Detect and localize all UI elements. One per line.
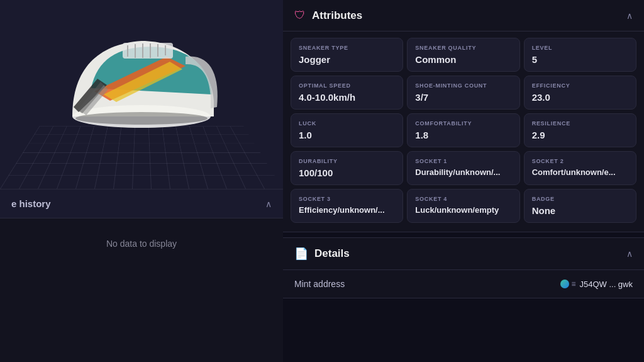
history-section: e history ∧ No data to display: [0, 189, 283, 362]
attr-card-socket4: SOCKET 4 Luck/unknown/empty: [407, 189, 519, 223]
attr-value-badge: None: [532, 205, 628, 216]
attributes-title: Attributes: [312, 9, 362, 22]
details-section: 📄 Details ∧ Mint address ≡ J54QW ... gwk: [283, 237, 644, 298]
mint-address-row: Mint address ≡ J54QW ... gwk: [283, 270, 644, 298]
attr-label-sneaker-type: SNEAKER TYPE: [299, 45, 395, 51]
attr-card-socket2: SOCKET 2 Comfort/unknown/e...: [524, 151, 636, 185]
attr-value-resilience: 2.9: [532, 130, 628, 140]
attr-card-badge: BADGE None: [524, 189, 636, 223]
attr-card-sneaker-type: SNEAKER TYPE Jogger: [291, 38, 403, 72]
attr-value-shoe-minting-count: 3/7: [415, 92, 511, 103]
history-collapse-icon[interactable]: ∧: [265, 199, 272, 209]
no-data-text: No data to display: [0, 218, 283, 269]
attr-label-durability: DURABILITY: [299, 158, 395, 164]
attr-value-socket4: Luck/unknown/empty: [415, 205, 511, 215]
sneaker-svg: [60, 19, 223, 132]
attr-value-optimal-speed: 4.0-10.0km/h: [299, 92, 395, 103]
attr-label-shoe-minting-count: SHOE-MINTING COUNT: [415, 82, 511, 89]
attr-value-sneaker-quality: Common: [415, 54, 511, 65]
mint-address-label: Mint address: [294, 279, 345, 289]
attr-card-luck: LUCK 1.0: [291, 113, 403, 147]
left-panel: e history ∧ No data to display: [0, 0, 283, 362]
attributes-section: 🛡 Attributes ∧ SNEAKER TYPE Jogger SNEAK…: [283, 0, 644, 232]
attr-label-sneaker-quality: SNEAKER QUALITY: [415, 45, 511, 51]
attr-value-durability: 100/100: [299, 167, 395, 178]
attr-label-efficiency: EFFICIENCY: [532, 82, 628, 89]
sneaker-view: [0, 0, 283, 189]
attr-value-comfortability: 1.8: [415, 130, 511, 140]
attr-value-socket2: Comfort/unknown/e...: [532, 167, 628, 177]
attr-label-resilience: RESILIENCE: [532, 120, 628, 127]
attributes-collapse-icon[interactable]: ∧: [626, 11, 633, 21]
attr-card-sneaker-quality: SNEAKER QUALITY Common: [407, 38, 519, 72]
mint-address-text: J54QW ... gwk: [579, 280, 633, 289]
attr-label-optimal-speed: OPTIMAL SPEED: [299, 82, 395, 89]
details-header-left: 📄 Details: [294, 247, 350, 261]
attributes-header-left: 🛡 Attributes: [294, 9, 362, 22]
attr-value-level: 5: [532, 54, 628, 65]
attr-card-comfortability: COMFORTABILITY 1.8: [407, 113, 519, 147]
mint-circle-icon: [560, 280, 569, 288]
details-title: Details: [314, 247, 350, 260]
attr-label-socket2: SOCKET 2: [532, 158, 628, 164]
attr-value-luck: 1.0: [299, 130, 395, 140]
history-header: e history ∧: [0, 189, 283, 218]
attr-label-level: LEVEL: [532, 45, 628, 51]
attr-label-badge: BADGE: [532, 196, 628, 202]
mint-stack-icon: ≡: [571, 280, 575, 288]
attr-label-socket3: SOCKET 3: [299, 196, 395, 202]
attr-card-efficiency: EFFICIENCY 23.0: [524, 76, 636, 110]
attr-label-socket1: SOCKET 1: [415, 158, 511, 164]
attr-card-optimal-speed: OPTIMAL SPEED 4.0-10.0km/h: [291, 76, 403, 110]
attr-label-comfortability: COMFORTABILITY: [415, 120, 511, 127]
attr-card-resilience: RESILIENCE 2.9: [524, 113, 636, 147]
document-icon: 📄: [294, 247, 308, 261]
attr-card-level: LEVEL 5: [524, 38, 636, 72]
right-panel[interactable]: 🛡 Attributes ∧ SNEAKER TYPE Jogger SNEAK…: [283, 0, 644, 362]
mint-icon-group: ≡: [560, 280, 575, 288]
attr-value-socket3: Efficiency/unknown/...: [299, 205, 395, 215]
history-title: e history: [11, 198, 51, 209]
attr-label-luck: LUCK: [299, 120, 395, 127]
shield-icon: 🛡: [294, 9, 306, 22]
attr-card-durability: DURABILITY 100/100: [291, 151, 403, 185]
attr-card-socket1: SOCKET 1 Durability/unknown/...: [407, 151, 519, 185]
details-collapse-icon[interactable]: ∧: [626, 249, 633, 259]
attr-card-shoe-minting-count: SHOE-MINTING COUNT 3/7: [407, 76, 519, 110]
sneaker-image-area: [13, 6, 270, 145]
details-header: 📄 Details ∧: [283, 237, 644, 270]
attr-card-socket3: SOCKET 3 Efficiency/unknown/...: [291, 189, 403, 223]
svg-point-8: [75, 112, 208, 125]
attributes-header: 🛡 Attributes ∧: [283, 0, 644, 31]
attr-value-socket1: Durability/unknown/...: [415, 167, 511, 177]
attr-value-sneaker-type: Jogger: [299, 54, 395, 65]
attr-value-efficiency: 23.0: [532, 92, 628, 103]
attributes-grid: SNEAKER TYPE Jogger SNEAKER QUALITY Comm…: [283, 31, 644, 232]
attr-label-socket4: SOCKET 4: [415, 196, 511, 202]
mint-address-value: ≡ J54QW ... gwk: [560, 280, 633, 289]
